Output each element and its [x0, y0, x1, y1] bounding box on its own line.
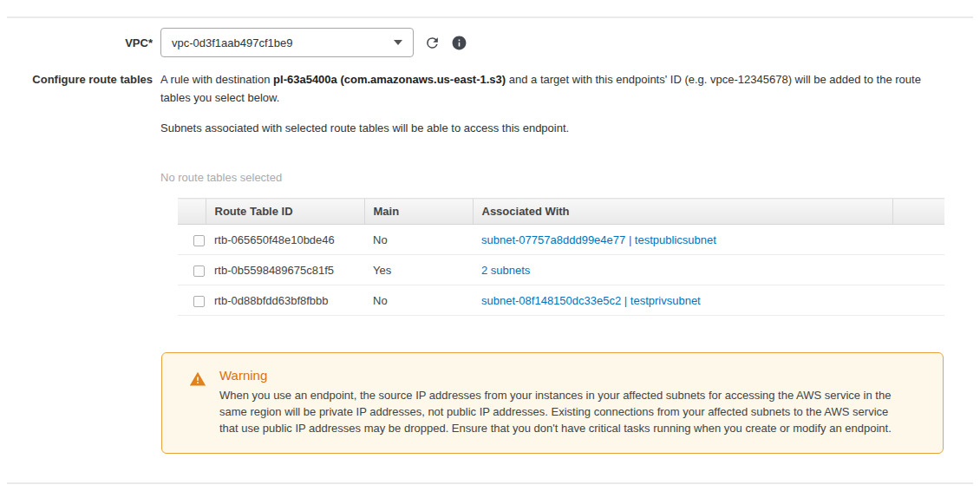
associated-with-cell: 2 subnets [473, 255, 892, 285]
route-table-id-cell: rtb-065650f48e10bde46 [206, 225, 364, 255]
vpc-select-value: vpc-0d3f1aab497cf1be9 [172, 36, 293, 49]
checkbox-cell [178, 225, 206, 255]
vpc-form-row: VPC* vpc-0d3f1aab497cf1be9 [0, 28, 980, 57]
vpc-select[interactable]: vpc-0d3f1aab497cf1be9 [160, 28, 414, 57]
header-extra-column [892, 199, 944, 225]
row-checkbox[interactable] [193, 265, 205, 277]
route-tables-description: A rule with destination pl-63a5400a (com… [160, 70, 950, 107]
vpc-endpoint-config-page: VPC* vpc-0d3f1aab497cf1be9 Configure rou… [0, 0, 980, 498]
route-tables-section: Configure route tables A rule with desti… [0, 70, 980, 454]
header-main: Main [364, 199, 473, 225]
table-row: rtb-0d88bfdd63bf8fbbb No subnet-08f14815… [178, 285, 944, 316]
warning-content: Warning When you use an endpoint, the so… [219, 368, 895, 436]
info-icon[interactable] [450, 34, 467, 51]
main-cell: Yes [364, 255, 473, 285]
warning-alert: Warning When you use an endpoint, the so… [161, 352, 944, 454]
route-tables-content: A rule with destination pl-63a5400a (com… [160, 70, 950, 454]
subnet-access-note: Subnets associated with selected route t… [160, 119, 950, 137]
subnet-link[interactable]: 2 subnets [481, 264, 530, 277]
route-table-id-cell: rtb-0b5598489675c81f5 [206, 255, 364, 285]
route-tables-section-label: Configure route tables [0, 70, 160, 454]
header-checkbox-column [178, 199, 206, 225]
extra-cell [892, 285, 944, 316]
vpc-label: VPC* [0, 28, 160, 57]
header-associated-with: Associated With [473, 199, 892, 225]
vpc-field: vpc-0d3f1aab497cf1be9 [160, 28, 467, 57]
row-checkbox[interactable] [193, 235, 205, 246]
header-route-table-id: Route Table ID [206, 199, 364, 225]
selection-status: No route tables selected [160, 171, 950, 184]
refresh-icon[interactable] [423, 34, 441, 51]
checkbox-cell [178, 255, 206, 285]
table-row: rtb-0b5598489675c81f5 Yes 2 subnets [178, 255, 944, 285]
table-header-row: Route Table ID Main Associated With [178, 199, 944, 225]
main-cell: No [364, 225, 473, 255]
description-prefix: A rule with destination [160, 73, 273, 86]
route-tables-table: Route Table ID Main Associated With rtb-… [178, 198, 944, 316]
bottom-divider [7, 482, 973, 484]
top-divider [7, 16, 973, 18]
table-row: rtb-065650f48e10bde46 No subnet-07757a8d… [178, 225, 944, 255]
row-checkbox[interactable] [193, 296, 205, 307]
subnet-link[interactable]: subnet-07757a8ddd99e4e77 | testpublicsub… [481, 233, 716, 246]
route-table-id-cell: rtb-0d88bfdd63bf8fbbb [206, 285, 364, 316]
associated-with-cell: subnet-08f148150dc33e5c2 | testprivsubne… [473, 285, 892, 316]
subnet-link[interactable]: subnet-08f148150dc33e5c2 | testprivsubne… [481, 294, 701, 307]
extra-cell [892, 255, 944, 285]
main-cell: No [364, 285, 473, 316]
extra-cell [892, 225, 944, 255]
description-prefix-list-id: pl-63a5400a (com.amazonaws.us-east-1.s3) [273, 73, 506, 86]
warning-icon [189, 368, 206, 436]
checkbox-cell [178, 285, 206, 316]
chevron-down-icon [394, 40, 402, 45]
associated-with-cell: subnet-07757a8ddd99e4e77 | testpublicsub… [473, 225, 892, 255]
warning-title: Warning [219, 368, 895, 383]
warning-body: When you use an endpoint, the source IP … [219, 387, 895, 436]
